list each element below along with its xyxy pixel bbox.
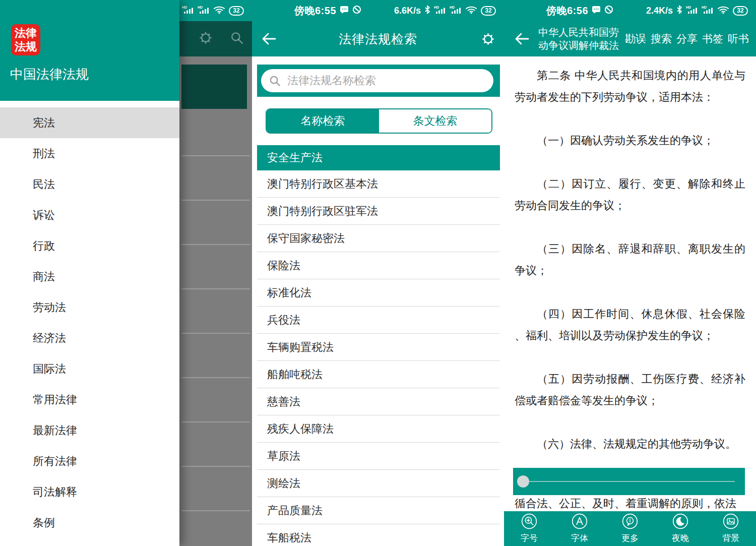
article-paragraph: （五）因劳动报酬、工伤医疗费、经济补偿或者赔偿金等发生的争议；	[515, 368, 745, 411]
wifi-icon	[213, 5, 225, 16]
list-item[interactable]: 船舶吨税法	[257, 361, 500, 388]
wifi-icon	[717, 5, 729, 16]
svg-text:HD: HD	[182, 5, 187, 9]
list-item[interactable]: 车船税法	[257, 524, 500, 546]
svg-text:HD: HD	[686, 5, 691, 9]
sim1-signal-icon: HD	[686, 5, 698, 17]
list-item[interactable]: 澳门特别行政区基本法	[257, 170, 500, 198]
back-button[interactable]	[514, 32, 530, 46]
font-size-button[interactable]: 字号	[504, 511, 554, 546]
dimmed-list-rows	[181, 112, 250, 546]
font-family-button[interactable]: 字体	[554, 511, 605, 546]
wifi-icon	[465, 5, 477, 16]
list-item[interactable]: 产品质量法	[257, 497, 500, 524]
tab-article-search[interactable]: 条文检索	[379, 109, 491, 133]
action-bookmark[interactable]: 书签	[702, 32, 723, 46]
do-not-disturb-icon	[604, 5, 613, 16]
menu-item-constitution[interactable]: 宪法	[0, 107, 179, 138]
menu-item-civil-law[interactable]: 民法	[0, 169, 179, 200]
action-listen[interactable]: 听书	[728, 32, 749, 46]
navigation-drawer: 法律 法规 中国法律法规 宪法 刑法 民法 诉讼 行政 商法 劳动法 经济法 国…	[0, 0, 179, 546]
document-title: 中华人民共和国劳 动争议调解仲裁法	[538, 26, 619, 52]
list-item[interactable]: 残疾人保障法	[257, 415, 500, 443]
status-time: 傍晚6:55	[294, 4, 336, 18]
action-errata[interactable]: 勘误	[625, 32, 646, 46]
menu-item-economic-law[interactable]: 经济法	[0, 323, 179, 353]
menu-item-criminal-law[interactable]: 刑法	[0, 138, 179, 169]
drawer-header: 法律 法规 中国法律法规	[0, 0, 179, 101]
message-icon	[592, 5, 601, 16]
list-item[interactable]: 测绘法	[257, 470, 500, 497]
list-item-selected[interactable]: 安全生产法	[257, 145, 500, 170]
battery-indicator: 32	[481, 6, 496, 16]
list-item[interactable]: 保守国家秘密法	[257, 225, 500, 252]
menu-item-labor-law[interactable]: 劳动法	[0, 292, 179, 323]
more-button[interactable]: 更多	[605, 511, 655, 546]
article-paragraph: 第二条 中华人民共和国境内的用人单位与劳动者发生的下列劳动争议，适用本法：	[515, 65, 745, 108]
dimmed-app-bar	[179, 21, 252, 56]
action-share[interactable]: 分享	[676, 32, 698, 46]
drawer-screen: 傍晚6:55 4.2K/s HD HD 32	[0, 0, 252, 546]
battery-indicator: 32	[229, 6, 244, 16]
list-item[interactable]: 慈善法	[257, 388, 500, 415]
menu-item-litigation[interactable]: 诉讼	[0, 200, 179, 230]
slider-knob[interactable]	[517, 475, 529, 488]
settings-gear-icon[interactable]	[481, 32, 495, 48]
law-search-screen: 傍晚6:55 6.6K/s HD HD 32 法律法规检索	[252, 0, 504, 546]
article-paragraph: （六）法律、法规规定的其他劳动争议。	[515, 433, 745, 455]
list-item[interactable]: 保险法	[257, 252, 500, 279]
page-title: 法律法规检索	[252, 31, 504, 47]
drawer-scrim[interactable]	[179, 21, 252, 546]
svg-text:HD: HD	[450, 5, 455, 9]
menu-item-administrative[interactable]: 行政	[0, 230, 179, 261]
sim2-signal-icon: HD	[450, 5, 462, 17]
article-paragraph: （一）因确认劳动关系发生的争议；	[515, 130, 745, 151]
do-not-disturb-icon	[352, 5, 361, 16]
battery-indicator: 32	[733, 6, 748, 16]
search-icon	[230, 31, 244, 47]
back-button[interactable]	[261, 32, 277, 46]
background-icon	[723, 513, 739, 531]
font-size-icon	[521, 513, 537, 531]
menu-item-common-laws[interactable]: 常用法律	[0, 384, 179, 415]
reading-progress-slider	[513, 468, 745, 495]
menu-item-all-laws[interactable]: 所有法律	[0, 446, 179, 476]
sim2-signal-icon: HD	[198, 5, 210, 17]
svg-text:HD: HD	[434, 5, 439, 9]
drawer-menu: 宪法 刑法 民法 诉讼 行政 商法 劳动法 经济法 国际法 常用法律 最新法律 …	[0, 107, 179, 538]
svg-text:HD: HD	[198, 5, 203, 9]
article-paragraph: （三）因除名、辞退和辞职、离职发生的争议；	[515, 238, 745, 281]
article-paragraph: （二）因订立、履行、变更、解除和终止劳动合同发生的争议；	[515, 173, 745, 216]
app-bar: 中华人民共和国劳 动争议调解仲裁法 勘误 搜索 分享 书签 听书	[504, 21, 756, 56]
list-item[interactable]: 草原法	[257, 443, 500, 470]
app-bar: 法律法规检索	[252, 21, 504, 56]
search-input[interactable]	[261, 69, 493, 92]
menu-item-newest-laws[interactable]: 最新法律	[0, 415, 179, 446]
list-item[interactable]: 车辆购置税法	[257, 334, 500, 361]
slider-track[interactable]	[528, 481, 735, 482]
list-item[interactable]: 标准化法	[257, 279, 500, 307]
article-text-behind-slider: 循合法、公正、及时、着重调解的原则，依法	[515, 496, 745, 511]
action-search[interactable]: 搜索	[651, 32, 672, 46]
menu-item-regulations[interactable]: 条例	[0, 507, 179, 538]
message-icon	[340, 5, 349, 16]
svg-text:HD: HD	[702, 5, 707, 9]
reader-bottom-toolbar: 字号 字体 更多 夜晚 背景	[504, 511, 756, 546]
background-button[interactable]: 背景	[706, 511, 756, 546]
law-reader-screen: 傍晚6:56 2.4K/s HD HD 32 中华人民共和国劳 动争议调解仲裁法	[504, 0, 756, 546]
search-field-wrap	[261, 69, 493, 92]
menu-item-judicial-interpretation[interactable]: 司法解释	[0, 476, 179, 507]
menu-item-commercial-law[interactable]: 商法	[0, 261, 179, 292]
app-title: 中国法律法规	[10, 66, 89, 83]
app-logo: 法律 法规	[11, 24, 40, 55]
bluetooth-icon	[424, 5, 430, 16]
network-speed: 2.4K/s	[646, 6, 673, 16]
gear-icon	[199, 31, 213, 47]
tab-name-search[interactable]: 名称检索	[267, 109, 379, 133]
night-mode-button[interactable]: 夜晚	[655, 511, 706, 546]
status-time: 傍晚6:56	[546, 4, 588, 18]
list-item[interactable]: 澳门特别行政区驻军法	[257, 198, 500, 225]
menu-item-international-law[interactable]: 国际法	[0, 353, 179, 384]
list-item[interactable]: 兵役法	[257, 307, 500, 334]
article-body: 第二条 中华人民共和国境内的用人单位与劳动者发生的下列劳动争议，适用本法： （一…	[504, 56, 756, 476]
